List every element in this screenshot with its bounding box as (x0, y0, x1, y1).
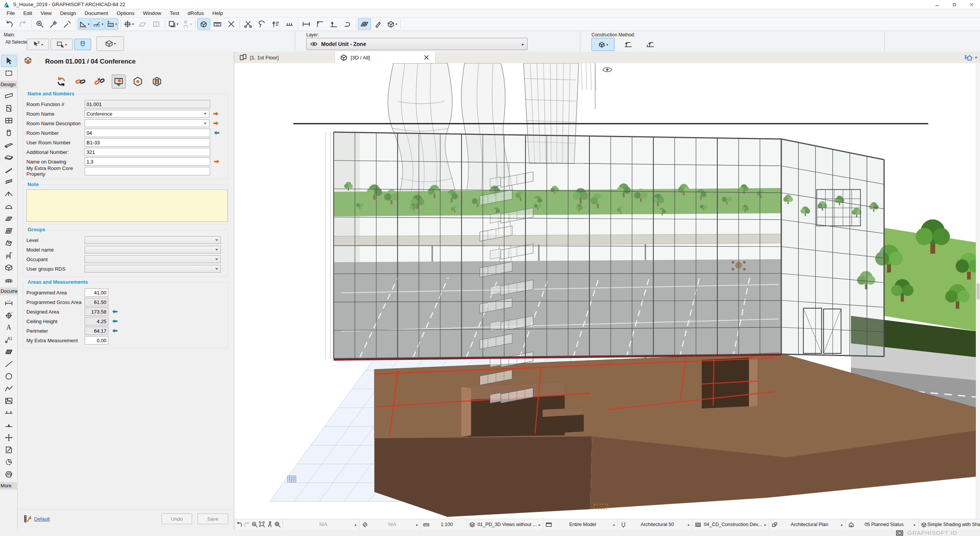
navigator-caret[interactable]: ▾ (975, 56, 977, 59)
programmed-gross-area-input[interactable] (85, 298, 108, 306)
snap-button[interactable]: ▾ (91, 18, 105, 30)
construction-method-ref2-button[interactable] (640, 38, 660, 51)
edit-selected-button[interactable]: ▸ (27, 39, 49, 50)
coords-button[interactable]: XY▾ (105, 18, 118, 30)
3d-viewport[interactable] (234, 63, 976, 519)
tool-zone[interactable] (1, 261, 16, 274)
undo-button[interactable] (3, 18, 16, 30)
tool-leveldim[interactable]: 1.2 (1, 309, 16, 321)
tool-wall[interactable] (1, 90, 16, 102)
dima-button[interactable] (283, 18, 296, 30)
programmed-area-input[interactable] (85, 288, 108, 297)
tool-text[interactable]: A (1, 321, 16, 333)
viewport-scrollbar[interactable] (976, 63, 980, 519)
menu-drofus[interactable]: dRofus (183, 10, 208, 17)
windows-icon[interactable] (895, 529, 904, 536)
menu-help[interactable]: Help (208, 10, 227, 17)
user-room-number-input[interactable] (85, 138, 210, 147)
navback-button[interactable] (236, 521, 243, 528)
monitor-button[interactable] (112, 75, 126, 88)
perimeter-input[interactable] (85, 327, 108, 335)
redo-button[interactable] (16, 18, 29, 30)
tool-railing[interactable] (1, 176, 16, 188)
walk-button[interactable] (266, 521, 273, 528)
quickbar-segment-8[interactable]: 05 Planned Status▸ (846, 519, 918, 530)
tab-1st-floor[interactable]: [1. 1st Floor] (234, 52, 335, 63)
dimc-button[interactable] (314, 18, 327, 30)
quickbar-segment-7[interactable]: Architectural Plan▸ (769, 519, 846, 530)
room-name-dropdown[interactable]: Conference (85, 110, 209, 118)
quickbar-segment-5[interactable]: Architectural 50▸ (618, 519, 693, 530)
save-button[interactable]: Save (198, 513, 228, 524)
copyframe-button[interactable]: ▾ (167, 18, 180, 30)
tab-3d-all[interactable]: [3D / All] (335, 52, 436, 64)
hookt-button[interactable] (341, 18, 354, 30)
layer-dropdown[interactable]: Model Unit - Zone ▸ (306, 38, 528, 50)
menu-window[interactable]: Window (139, 10, 165, 17)
tool-change[interactable] (1, 468, 16, 480)
unlink-button[interactable] (93, 75, 106, 88)
tool-slab[interactable] (1, 151, 16, 163)
tool-arrow[interactable] (1, 55, 16, 67)
menu-design[interactable]: Design (56, 10, 80, 17)
link-button[interactable] (74, 75, 87, 88)
book-button[interactable] (150, 18, 163, 30)
tool-elevation[interactable] (1, 419, 16, 431)
menu-test[interactable]: Test (165, 10, 183, 17)
inject-button[interactable] (61, 18, 74, 30)
tool-marquee[interactable] (1, 67, 16, 79)
menu-options[interactable]: Options (113, 10, 139, 17)
construction-method-3d-button[interactable]: ▸ (591, 38, 614, 51)
tool-detail[interactable] (1, 456, 16, 468)
user-groups-rds-dropdown[interactable] (85, 265, 221, 273)
navfwd-button[interactable] (243, 521, 250, 528)
zoomin-button[interactable] (251, 521, 258, 528)
construction-method-ref1-button[interactable] (618, 38, 638, 51)
axo-button[interactable] (197, 18, 210, 30)
model-name-dropdown[interactable] (85, 246, 221, 253)
level-dropdown[interactable] (85, 236, 221, 244)
tool-object[interactable] (1, 249, 16, 261)
tool-morph[interactable] (1, 237, 16, 249)
person-button[interactable]: ▾ (180, 18, 193, 30)
menu-file[interactable]: File (2, 10, 19, 17)
pickup-button[interactable] (47, 18, 60, 30)
additional-number-input[interactable] (85, 148, 210, 156)
close-button[interactable] (963, 0, 980, 9)
tool-window[interactable] (1, 114, 16, 127)
guide-button[interactable]: ▾ (78, 18, 91, 30)
minimize-button[interactable] (928, 0, 946, 9)
tool-intelev[interactable] (1, 431, 16, 444)
menu-view[interactable]: View (36, 10, 56, 17)
edit-all-button[interactable]: ▸ (51, 39, 73, 50)
quickbar-segment-3[interactable]: 01_PD_3D Views without ...▸ (467, 519, 543, 530)
lasso-button[interactable] (255, 18, 268, 30)
menu-edit[interactable]: Edit (19, 10, 36, 17)
tool-roof[interactable] (1, 188, 16, 200)
tool-mesh[interactable] (1, 274, 16, 286)
magnet-toggle[interactable] (74, 39, 91, 50)
quickbar-segment-6[interactable]: 04_CD_Construction Dev...▸ (693, 519, 769, 530)
undo-button[interactable]: Undo (162, 513, 192, 524)
skew-button[interactable] (136, 18, 149, 30)
planegrid-button[interactable] (358, 18, 371, 30)
tool-curtainwall[interactable] (1, 225, 16, 237)
tool-worksheet[interactable] (1, 444, 16, 456)
room-function-input[interactable] (85, 100, 210, 108)
toolbox-section-design[interactable]: Design (0, 81, 18, 88)
pent-button[interactable] (372, 18, 385, 30)
navigator-icon[interactable] (964, 53, 974, 62)
zone-tool-settings-button[interactable]: ▾ (96, 36, 124, 51)
zoomsel-button[interactable] (33, 18, 46, 30)
cubet-button[interactable]: ▾ (385, 18, 399, 30)
menu-document[interactable]: Document (80, 10, 113, 17)
tool-line[interactable] (1, 358, 16, 370)
sync-button[interactable] (54, 75, 68, 88)
quickbar-segment-4[interactable]: Entire Model▸ (543, 519, 618, 530)
toolbox-section-document[interactable]: Docume (0, 288, 18, 295)
occupant-dropdown[interactable] (85, 255, 221, 263)
designed-area-input[interactable] (85, 307, 108, 316)
zoombox-button[interactable] (274, 521, 281, 528)
my-extra-measurement-input[interactable] (85, 336, 108, 345)
ruler12-button[interactable]: 12 (211, 18, 224, 30)
